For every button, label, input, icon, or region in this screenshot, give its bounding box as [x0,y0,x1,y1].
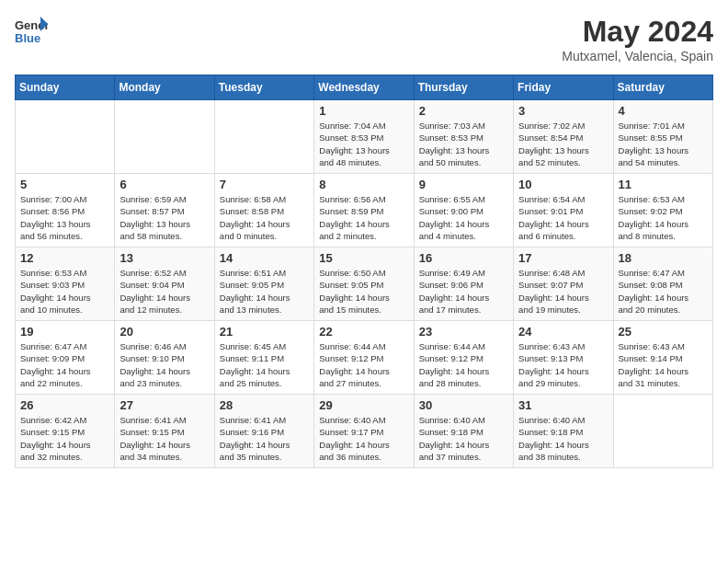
day-number: 5 [20,178,109,191]
day-of-week-header: Tuesday [214,75,313,100]
day-number: 15 [319,251,408,265]
day-info: Sunrise: 7:00 AMSunset: 8:56 PMDaylight:… [20,193,109,242]
day-of-week-header: Friday [514,75,613,100]
calendar-cell [16,100,115,174]
day-number: 27 [119,398,209,412]
calendar-cell: 20Sunrise: 6:46 AMSunset: 9:10 PMDayligh… [115,321,214,395]
day-info: Sunrise: 6:43 AMSunset: 9:14 PMDaylight:… [619,340,708,389]
calendar-cell: 27Sunrise: 6:41 AMSunset: 9:15 PMDayligh… [115,395,214,468]
day-number: 8 [319,178,408,191]
day-info: Sunrise: 7:04 AMSunset: 8:53 PMDaylight:… [319,120,408,168]
calendar-cell: 8Sunrise: 6:56 AMSunset: 8:59 PMDaylight… [314,174,414,247]
calendar-cell: 21Sunrise: 6:45 AMSunset: 9:11 PMDayligh… [214,321,313,395]
day-number: 3 [518,104,608,118]
day-number: 6 [119,178,209,191]
calendar-cell: 16Sunrise: 6:49 AMSunset: 9:06 PMDayligh… [414,247,513,321]
day-number: 2 [419,104,508,118]
day-info: Sunrise: 6:50 AMSunset: 9:05 PMDaylight:… [319,267,408,316]
day-info: Sunrise: 6:58 AMSunset: 8:58 PMDaylight:… [220,193,309,242]
day-number: 30 [419,398,508,412]
day-number: 7 [220,178,309,191]
calendar-week-row: 12Sunrise: 6:53 AMSunset: 9:03 PMDayligh… [16,247,713,321]
day-info: Sunrise: 6:53 AMSunset: 9:02 PMDaylight:… [619,193,708,242]
svg-text:Blue: Blue [15,31,40,45]
title-block: May 2024 Mutxamel, Valencia, Spain [562,15,713,63]
day-number: 24 [518,325,608,339]
calendar-cell: 28Sunrise: 6:41 AMSunset: 9:16 PMDayligh… [214,395,313,468]
calendar-cell: 5Sunrise: 7:00 AMSunset: 8:56 PMDaylight… [16,174,115,247]
day-number: 10 [518,178,608,191]
day-info: Sunrise: 6:42 AMSunset: 9:15 PMDaylight:… [20,414,109,463]
calendar-cell: 7Sunrise: 6:58 AMSunset: 8:58 PMDaylight… [214,174,313,247]
day-number: 19 [20,325,109,339]
day-of-week-header: Wednesday [314,75,414,100]
day-number: 4 [619,104,708,118]
day-info: Sunrise: 6:40 AMSunset: 9:18 PMDaylight:… [419,414,508,463]
calendar-cell: 25Sunrise: 6:43 AMSunset: 9:14 PMDayligh… [613,321,712,395]
day-info: Sunrise: 6:45 AMSunset: 9:11 PMDaylight:… [220,340,309,389]
calendar-cell: 24Sunrise: 6:43 AMSunset: 9:13 PMDayligh… [514,321,613,395]
day-info: Sunrise: 6:41 AMSunset: 9:15 PMDaylight:… [119,414,209,463]
calendar-cell: 10Sunrise: 6:54 AMSunset: 9:01 PMDayligh… [514,174,613,247]
calendar-week-row: 26Sunrise: 6:42 AMSunset: 9:15 PMDayligh… [16,395,713,468]
calendar-cell: 9Sunrise: 6:55 AMSunset: 9:00 PMDaylight… [414,174,513,247]
day-of-week-header: Monday [115,75,214,100]
calendar-cell: 3Sunrise: 7:02 AMSunset: 8:54 PMDaylight… [514,100,613,174]
calendar-week-row: 19Sunrise: 6:47 AMSunset: 9:09 PMDayligh… [16,321,713,395]
calendar-cell: 4Sunrise: 7:01 AMSunset: 8:55 PMDaylight… [613,100,712,174]
calendar-cell: 23Sunrise: 6:44 AMSunset: 9:12 PMDayligh… [414,321,513,395]
day-number: 22 [319,325,408,339]
day-number: 17 [518,251,608,265]
calendar-cell: 31Sunrise: 6:40 AMSunset: 9:18 PMDayligh… [514,395,613,468]
calendar-cell [115,100,214,174]
calendar-table: SundayMondayTuesdayWednesdayThursdayFrid… [15,75,713,468]
calendar-cell: 11Sunrise: 6:53 AMSunset: 9:02 PMDayligh… [613,174,712,247]
day-number: 14 [220,251,309,265]
day-info: Sunrise: 6:47 AMSunset: 9:09 PMDaylight:… [20,340,109,389]
day-info: Sunrise: 6:47 AMSunset: 9:08 PMDaylight:… [619,267,708,316]
day-number: 28 [220,398,309,412]
calendar-cell: 22Sunrise: 6:44 AMSunset: 9:12 PMDayligh… [314,321,414,395]
day-info: Sunrise: 7:02 AMSunset: 8:54 PMDaylight:… [518,120,608,168]
day-of-week-header: Saturday [613,75,712,100]
calendar-cell: 17Sunrise: 6:48 AMSunset: 9:07 PMDayligh… [514,247,613,321]
day-info: Sunrise: 6:53 AMSunset: 9:03 PMDaylight:… [20,267,109,316]
calendar-cell: 19Sunrise: 6:47 AMSunset: 9:09 PMDayligh… [16,321,115,395]
day-info: Sunrise: 6:54 AMSunset: 9:01 PMDaylight:… [518,193,608,242]
day-info: Sunrise: 6:52 AMSunset: 9:04 PMDaylight:… [119,267,209,316]
day-of-week-header: Thursday [414,75,513,100]
day-info: Sunrise: 6:48 AMSunset: 9:07 PMDaylight:… [518,267,608,316]
day-number: 31 [518,398,608,412]
location-subtitle: Mutxamel, Valencia, Spain [562,49,713,63]
day-number: 13 [119,251,209,265]
calendar-week-row: 5Sunrise: 7:00 AMSunset: 8:56 PMDaylight… [16,174,713,247]
day-number: 25 [619,325,708,339]
day-of-week-header: Sunday [16,75,115,100]
day-info: Sunrise: 6:40 AMSunset: 9:18 PMDaylight:… [518,414,608,463]
day-number: 18 [619,251,708,265]
day-number: 20 [119,325,209,339]
day-number: 11 [619,178,708,191]
calendar-cell [214,100,313,174]
day-info: Sunrise: 6:49 AMSunset: 9:06 PMDaylight:… [419,267,508,316]
calendar-cell: 30Sunrise: 6:40 AMSunset: 9:18 PMDayligh… [414,395,513,468]
page-header: General Blue May 2024 Mutxamel, Valencia… [15,15,713,63]
day-info: Sunrise: 6:55 AMSunset: 9:00 PMDaylight:… [419,193,508,242]
day-number: 26 [20,398,109,412]
day-info: Sunrise: 7:01 AMSunset: 8:55 PMDaylight:… [619,120,708,168]
day-info: Sunrise: 6:46 AMSunset: 9:10 PMDaylight:… [119,340,209,389]
day-info: Sunrise: 6:59 AMSunset: 8:57 PMDaylight:… [119,193,209,242]
logo-image: General Blue [15,15,48,52]
logo: General Blue [15,15,48,52]
day-info: Sunrise: 6:40 AMSunset: 9:17 PMDaylight:… [319,414,408,463]
calendar-cell: 14Sunrise: 6:51 AMSunset: 9:05 PMDayligh… [214,247,313,321]
calendar-cell: 2Sunrise: 7:03 AMSunset: 8:53 PMDaylight… [414,100,513,174]
calendar-cell: 6Sunrise: 6:59 AMSunset: 8:57 PMDaylight… [115,174,214,247]
day-number: 29 [319,398,408,412]
calendar-header-row: SundayMondayTuesdayWednesdayThursdayFrid… [16,75,713,100]
calendar-cell: 26Sunrise: 6:42 AMSunset: 9:15 PMDayligh… [16,395,115,468]
calendar-cell: 1Sunrise: 7:04 AMSunset: 8:53 PMDaylight… [314,100,414,174]
day-number: 23 [419,325,508,339]
day-info: Sunrise: 6:41 AMSunset: 9:16 PMDaylight:… [220,414,309,463]
day-number: 21 [220,325,309,339]
